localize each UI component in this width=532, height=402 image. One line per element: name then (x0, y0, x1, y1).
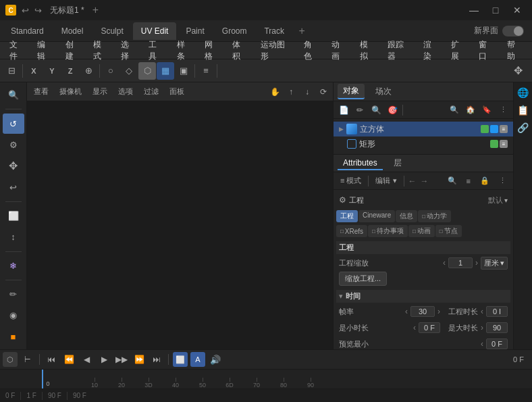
tab-model[interactable]: Model (53, 22, 92, 40)
settings-btn[interactable]: ⚙ (3, 135, 24, 155)
time-section-arrow[interactable]: ▾ (339, 292, 343, 301)
fps-input[interactable] (410, 306, 435, 317)
attr-subtab-cineware[interactable]: Cineware (358, 210, 395, 222)
toolbar-uv-btn[interactable]: ▦ (157, 62, 174, 80)
attr-more-icon[interactable]: ⋮ (495, 175, 510, 186)
menu-mograph[interactable]: 运动图形 (255, 38, 298, 64)
attr-subtab-todo[interactable]: □待办事项 (368, 225, 408, 237)
toolbar-pts-btn[interactable]: ○ (102, 62, 119, 80)
sub-view-btn[interactable]: 查看 (30, 85, 53, 98)
sub-display-btn[interactable]: 显示 (88, 85, 111, 98)
attr-lock-icon[interactable]: 🔒 (476, 175, 494, 186)
sub-filter-btn[interactable]: 过滤 (140, 85, 163, 98)
obj-tab-objects[interactable]: 对象 (338, 84, 365, 99)
rect-tag-grey[interactable]: ≡ (500, 140, 508, 148)
undo-view-btn[interactable]: ↩ (3, 177, 24, 197)
tab-uv-edit[interactable]: UV Edit (133, 22, 177, 40)
new-tab-btn[interactable]: + (92, 4, 99, 16)
draw-btn[interactable]: ✏ (3, 284, 24, 304)
attr-back-btn[interactable]: ← (407, 176, 418, 186)
tl-record-btn[interactable]: ⊢ (20, 352, 35, 367)
fps-left-arrow[interactable]: ‹ (405, 307, 408, 316)
attr-subtab-info[interactable]: 信息 (396, 210, 417, 222)
special-1-btn[interactable]: ❄ (3, 256, 24, 276)
obj-item-cube[interactable]: ▶ 立方体 ≡ (334, 122, 513, 136)
menu-file[interactable]: 文件 (4, 38, 30, 64)
menu-spline[interactable]: 样条 (171, 38, 198, 64)
tl-keyframe-mode-btn[interactable]: ⬜ (173, 352, 188, 367)
menu-render[interactable]: 渲染 (418, 38, 444, 64)
clipboard-icon-btn[interactable]: 📋 (516, 103, 531, 118)
tl-next-key-btn[interactable]: ⏩ (132, 352, 147, 367)
min-input[interactable] (419, 322, 440, 333)
proj-len-left[interactable]: ‹ (481, 307, 483, 316)
cube-tag-green[interactable] (481, 125, 489, 133)
cube-tag-blue[interactable] (490, 125, 498, 133)
obj-item-rect[interactable]: 矩形 ≡ (334, 136, 513, 151)
sub-panel-btn[interactable]: 面板 (165, 85, 188, 98)
attr-subtab-project[interactable]: 工程 (336, 210, 358, 222)
menu-tracker[interactable]: 跟踪器 (382, 38, 417, 64)
scale-input[interactable] (448, 257, 473, 268)
menu-mesh[interactable]: 网格 (199, 38, 225, 64)
min-left-arrow[interactable]: ‹ (413, 323, 416, 332)
add-tab-btn[interactable]: + (294, 23, 310, 39)
preview-min-left[interactable]: ‹ (481, 339, 483, 349)
tab-track[interactable]: Track (256, 22, 292, 40)
toolbar-poly-btn[interactable]: ⬡ (138, 62, 156, 80)
toolbar-y-btn[interactable]: Y (43, 62, 61, 80)
rotate-mode-btn[interactable]: ↺ (3, 114, 24, 133)
scale-project-btn[interactable]: 缩放工程... (339, 272, 387, 286)
tl-sound-btn[interactable]: 🔊 (208, 352, 223, 367)
toolbar-x-btn[interactable]: X (25, 62, 43, 80)
obj-more-btn[interactable]: ⋮ (496, 103, 510, 118)
menu-animate[interactable]: 动画 (326, 38, 352, 64)
attr-dropdown-arrow[interactable]: ▾ (504, 197, 508, 204)
tl-prev-key-btn[interactable]: ⏪ (61, 352, 76, 367)
tl-prev-frame-btn[interactable]: ◀ (79, 352, 94, 367)
fps-right-arrow[interactable]: › (437, 307, 440, 316)
max-right-arrow[interactable]: › (481, 323, 483, 332)
attr-subtab-nodes[interactable]: □节点 (435, 225, 462, 237)
scale-right-arrow[interactable]: › (475, 258, 478, 268)
menu-extend[interactable]: 扩展 (446, 38, 472, 64)
tl-play-btn[interactable]: ▶ (97, 352, 111, 367)
redo-btn[interactable]: ↪ (34, 5, 42, 16)
attr-tab-attributes[interactable]: Attributes (338, 157, 383, 170)
cube-tag-grey[interactable]: ≡ (500, 125, 508, 133)
attr-subtab-dynamics[interactable]: □动力学 (418, 210, 451, 222)
attr-edit-btn[interactable]: 编辑 ▾ (371, 174, 400, 187)
toolbar-z-btn[interactable]: Z (61, 62, 79, 80)
menu-character[interactable]: 角色 (298, 38, 325, 64)
toolbar-coord-btn[interactable]: ⊕ (80, 62, 97, 80)
special-3-btn[interactable]: ■ (3, 327, 24, 347)
link-icon-btn[interactable]: 🔗 (516, 120, 531, 135)
obj-target-btn[interactable]: 🎯 (385, 103, 400, 118)
tl-next-frame-btn[interactable]: ▶▶ (114, 352, 129, 367)
timeline-track[interactable]: 0 10 20 3D 40 50 6D 70 80 90 (0, 370, 532, 388)
tl-shape-btn[interactable]: ⬡ (3, 352, 18, 367)
move-btn[interactable]: ✥ (3, 156, 24, 176)
sub-camera-btn[interactable]: 摄像机 (55, 85, 86, 98)
attr-search-icon[interactable]: 🔍 (444, 175, 461, 186)
attr-subtab-xrefs[interactable]: □XRefs (336, 225, 367, 237)
obj-tab-scenes[interactable]: 场次 (370, 84, 397, 99)
proj-len-input[interactable] (486, 306, 508, 317)
preview-min-input[interactable] (486, 338, 508, 349)
menu-create[interactable]: 创建 (60, 38, 86, 64)
toolbar-obj-btn[interactable]: ▣ (175, 62, 192, 80)
new-ui-toggle[interactable] (502, 26, 524, 36)
attr-forward-btn[interactable]: → (419, 176, 430, 186)
expand-arrow-cube[interactable]: ▶ (339, 126, 344, 132)
toolbar-move-icon[interactable]: ✥ (509, 62, 527, 80)
obj-bookmark-btn[interactable]: 🔖 (479, 103, 494, 118)
select-rect-btn[interactable]: ⬜ (3, 206, 24, 226)
viewport-refresh-btn[interactable]: ⟳ (317, 85, 330, 99)
menu-volume[interactable]: 体积 (227, 38, 253, 64)
obj-file-btn[interactable]: 📄 (336, 103, 351, 118)
viewport-up-btn[interactable]: ↑ (284, 85, 298, 99)
tl-go-end-btn[interactable]: ⏭ (149, 352, 164, 367)
attr-subtab-anim[interactable]: □动画 (408, 225, 435, 237)
global-icon-btn[interactable]: 🌐 (516, 85, 531, 100)
obj-edit-btn[interactable]: ✏ (352, 103, 367, 118)
